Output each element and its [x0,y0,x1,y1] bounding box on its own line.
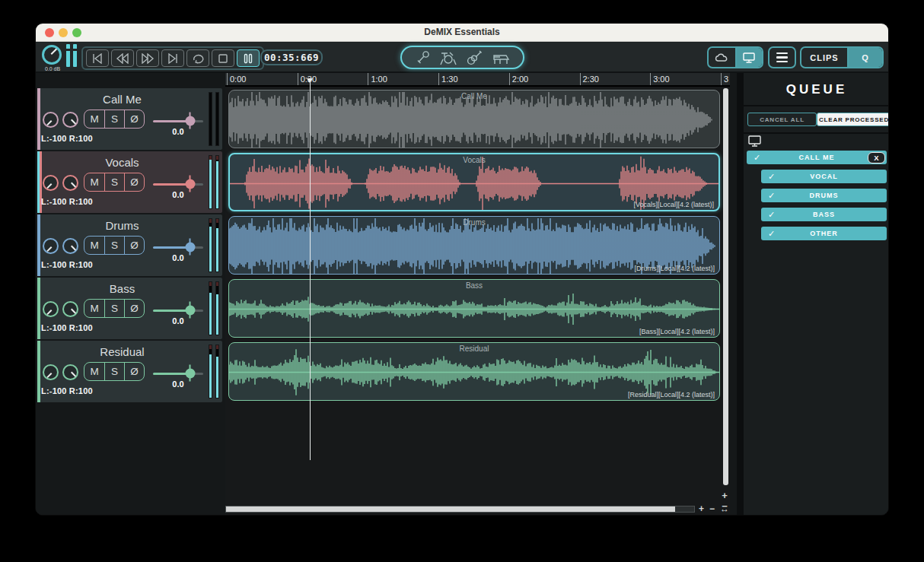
piano-icon [491,49,511,66]
pan-left-knob[interactable] [43,364,59,380]
track-header[interactable]: Bass M S Ø L:-100 R:100 0.0 [37,278,222,339]
solo-button[interactable]: S [104,173,124,191]
cloud-source-button[interactable] [709,48,735,67]
track-header[interactable]: Residual M S Ø L:-100 R:100 0.0 [37,341,222,402]
ruler-tick: 1:00 [368,73,387,85]
pan-range-label: L:-100 R:100 [41,260,93,269]
track-level-meter [209,218,219,272]
pan-left-knob[interactable] [43,301,59,317]
skip-end-button[interactable] [161,49,184,67]
skip-start-button[interactable] [86,49,109,67]
pan-right-knob[interactable] [62,112,78,128]
menu-button[interactable] [768,46,796,68]
time-ruler[interactable]: 0:000:301:001:302:002:303:003 [225,73,730,87]
queue-item[interactable]: ✓ DRUMS [761,189,887,202]
queue-item[interactable]: ✓ CALL ME X [747,151,887,164]
phase-button[interactable]: Ø [124,237,144,254]
audio-clip[interactable]: Residual [Residual][Local][4.2 (latest)] [228,342,720,401]
track-level-meter [209,345,219,398]
audio-clip[interactable]: Drums [Drums][Local][4.2 (latest)] [228,216,720,275]
solo-button[interactable]: S [104,110,124,128]
fast-forward-button[interactable] [136,49,159,67]
computer-source-button[interactable] [735,48,762,67]
audio-clip[interactable]: Vocals [Vocals][Local][4.2 (latest)] [228,153,720,211]
volume-value: 0.0 [153,316,203,325]
close-icon[interactable]: X [868,152,885,164]
loop-button[interactable] [186,49,209,67]
mute-button[interactable]: M [84,110,104,128]
pan-right-knob[interactable] [62,238,78,254]
master-gain-knob[interactable] [42,45,62,65]
solo-button[interactable]: S [104,300,124,317]
solo-button[interactable]: S [104,363,124,380]
phase-button[interactable]: Ø [124,110,144,128]
horizontal-zoom-in-button[interactable]: + [699,503,704,514]
clip-version-badge: [Residual][Local][4.2 (latest)] [628,391,715,398]
queue-item[interactable]: ✓ OTHER [761,227,887,240]
track-header[interactable]: Vocals M S Ø L:-100 R:100 0.0 [37,151,222,213]
view-toggle: CLIPS Q [800,46,884,68]
mute-button[interactable]: M [84,363,104,380]
mute-button[interactable]: M [84,237,104,254]
mute-button[interactable]: M [84,300,104,317]
master-level-meter [66,44,77,67]
phase-button[interactable]: Ø [124,363,144,380]
horizontal-scrollbar-thumb[interactable] [226,506,675,512]
track-name: Vocals [37,156,207,169]
vertical-zoom-in-button[interactable]: + [719,490,730,501]
volume-slider[interactable] [153,183,203,186]
fast-forward-icon [141,53,155,64]
audio-clip[interactable]: Call Me [228,90,720,148]
clip-title: Drums [229,218,719,227]
stop-button[interactable] [212,49,234,67]
zoom-fit-button[interactable]: ↔ [720,503,729,514]
audio-clip[interactable]: Bass [Bass][Local][4.2 (latest)] [228,279,720,338]
pan-right-knob[interactable] [62,364,78,380]
track-name: Drums [37,219,207,232]
window-title: DeMIX Essentials [36,27,888,37]
monitor-icon [742,52,756,63]
phase-button[interactable]: Ø [124,300,144,317]
time-display-value: 00:35:669 [264,52,319,63]
ruler-tick: 2:30 [580,73,599,85]
app-window: DeMIX Essentials 0.0 dB 00:35:669 [35,23,889,516]
clip-title: Call Me [229,92,719,100]
queue-item-label: DRUMS [761,192,887,199]
clip-version-badge: [Drums][Local][4.2 (latest)] [634,265,715,272]
volume-slider[interactable] [153,246,203,249]
volume-slider[interactable] [153,310,203,312]
queue-item[interactable]: ✓ BASS [761,208,887,221]
pan-left-knob[interactable] [43,112,59,128]
track-header[interactable]: Drums M S Ø L:-100 R:100 0.0 [37,214,222,276]
master-gain-label: 0.0 dB [37,66,68,71]
track-header[interactable]: Call Me M S Ø L:-100 R:100 0.0 [37,88,222,150]
playhead[interactable] [310,82,311,460]
horizontal-scrollbar[interactable] [225,506,695,513]
volume-slider[interactable] [153,373,203,375]
clip-title: Vocals [230,156,718,164]
vertical-scrollbar[interactable] [723,88,728,485]
mute-button[interactable]: M [84,173,104,191]
solo-button[interactable]: S [104,237,124,254]
pause-button[interactable] [237,49,260,67]
queue-tab[interactable]: Q [847,48,882,67]
stem-instruments-button[interactable] [400,46,524,69]
rewind-button[interactable] [111,49,134,67]
queue-item[interactable]: ✓ VOCAL [761,170,887,183]
pan-right-knob[interactable] [62,175,78,191]
clips-tab[interactable]: CLIPS [801,48,847,67]
ruler-tick: 3 [721,73,728,85]
volume-slider[interactable] [153,120,203,122]
horizontal-zoom-out-button[interactable]: − [709,503,715,514]
clear-processed-button[interactable]: CLEAR PROCESSED [817,113,889,126]
clips-tab-label: CLIPS [810,53,838,62]
queue-item-label: OTHER [761,230,887,237]
pan-right-knob[interactable] [62,301,78,317]
volume-value: 0.0 [153,379,203,389]
pan-left-knob[interactable] [43,175,59,191]
hamburger-icon [776,52,788,55]
cancel-all-button[interactable]: CANCEL ALL [747,113,817,126]
phase-button[interactable]: Ø [124,173,144,191]
pan-left-knob[interactable] [43,238,59,254]
ruler-tick: 2:00 [509,73,528,85]
